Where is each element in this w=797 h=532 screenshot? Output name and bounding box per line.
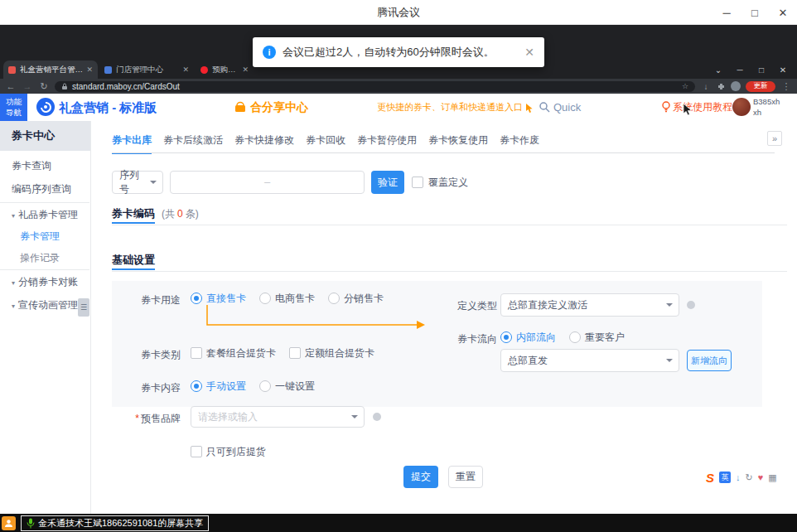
tab-card-quick-edit[interactable]: 券卡快捷修改 [234,129,294,152]
download-ext-icon[interactable]: ↓ [736,472,741,482]
tab-card-outbound[interactable]: 券卡出库 [112,129,152,154]
radio-distribution-sale[interactable]: 分销售卡 [328,292,384,306]
tab3-close-icon[interactable]: ✕ [242,65,249,74]
info-icon: i [263,46,276,59]
browser-maximize-icon[interactable]: □ [751,60,772,79]
flow-target-select[interactable]: 总部直发 [500,349,679,372]
tab-search-icon[interactable]: ⌄ [708,60,729,79]
submit-button[interactable]: 提交 [403,466,438,488]
maximize-icon[interactable]: □ [741,0,769,25]
forward-icon[interactable]: → [22,81,33,91]
share-center-icon [234,100,247,114]
promo-entry-link[interactable]: 更快捷的券卡、订单和快递通道入口 [377,94,523,121]
divider [112,271,787,272]
category-label: 券卡类别 [112,348,181,361]
tab1-close-icon[interactable]: ✕ [86,65,93,74]
tab-card-suspend[interactable]: 券卡暂停使用 [357,129,417,152]
radio-selected-icon [191,293,202,304]
menu-kebab-icon[interactable]: ⋮ [780,81,792,92]
sidebar-item-code-serial-query[interactable]: 编码序列查询 [0,177,89,201]
sidebar-group1-label: 礼品券卡管理 [18,209,78,220]
user-avatar[interactable] [732,98,751,116]
browser-tab-2[interactable]: 门店管理中心 ✕ [99,60,194,79]
extensions-icon[interactable] [717,82,726,91]
promo-pointer-icon [525,103,534,114]
codes-title-underline [112,222,155,224]
checkbox-store-pickup-only[interactable]: 只可到店提货 [191,445,266,459]
meeting-titlebar: 腾讯会议 ─ □ ✕ [0,0,797,25]
codes-count-suffix: 条) [186,208,199,220]
checkbox-fixed-combo-card[interactable]: 定额组合提货卡 [289,346,374,360]
refresh-ext-icon[interactable]: ↻ [746,472,753,483]
verify-button[interactable]: 验证 [371,171,404,194]
browser-tab-3[interactable]: 预购成功 ✕ [196,60,254,79]
sidebar-item-card-mgmt[interactable]: 券卡管理 [0,225,89,248]
heart-icon[interactable]: ♥ [758,472,764,482]
address-bar[interactable]: standard.maboy.cn/CardsOut ☆ [55,81,695,92]
chevron-down-icon: ▾ [12,302,15,310]
radio-internal-flow[interactable]: 内部流向 [500,331,556,345]
grid-icon[interactable]: ▦ [768,472,776,483]
minimize-icon[interactable]: ─ [712,0,741,25]
nav-badge-line2: 导航 [0,107,27,118]
toast-message: 会议已超过2人，自动转为60分钟限时会议。 [283,45,495,60]
sidebar-group-distribution-recon[interactable]: ▾分销券卡对账 [0,270,89,293]
reset-button[interactable]: 重置 [448,466,483,488]
tab-card-activate[interactable]: 券卡后续激活 [163,129,223,152]
quick-search-link[interactable]: Quick [553,94,581,121]
definition-type-value: 总部直接定义激活 [508,298,587,312]
tab-card-void[interactable]: 券卡作废 [500,129,539,152]
add-flow-button[interactable]: 新增流向 [687,350,732,371]
radio-one-click-setting[interactable]: 一键设置 [259,380,315,394]
browser-tab-1[interactable]: 礼盒营销平台管理中心 ✕ [3,60,98,79]
close-icon[interactable]: ✕ [769,0,797,25]
tab-card-recycle[interactable]: 券卡回收 [306,129,345,152]
search-icon[interactable] [539,101,550,113]
meeting-title: 腾讯会议 [0,0,797,25]
nav-badge-line1: 功能 [0,96,27,107]
tab2-favicon [104,66,112,74]
share-center-link[interactable]: 合分享中心 [250,94,308,121]
tab2-title: 门店管理中心 [116,65,179,75]
english-badge-icon[interactable]: 英 [719,472,731,483]
tab1-favicon [8,66,16,74]
bookmark-star-icon[interactable]: ☆ [682,82,688,90]
sidebar-item-operation-log[interactable]: 操作记录 [0,246,89,269]
lock-icon [61,83,68,90]
radio-ecommerce-sale[interactable]: 电商售卡 [259,292,315,306]
sidebar-item-card-query[interactable]: 券卡查询 [0,154,89,177]
checkbox-combo-pickup-card[interactable]: 套餐组合提货卡 [191,346,276,360]
browser-close-icon[interactable]: ✕ [772,60,794,79]
sidebar-group-gift-card-mgmt[interactable]: ▾礼品券卡管理 [0,203,89,226]
brand-select[interactable]: 请选择或输入 [191,406,365,428]
basic-settings-tab[interactable]: 基础设置 [112,253,155,268]
translate-extension-icon[interactable]: S [706,471,714,485]
tutorial-link[interactable]: 系统使用教程 [673,94,732,121]
browser-update-button[interactable]: 更新 [746,81,775,92]
definition-type-select[interactable]: 总部直接定义激活 [500,293,679,317]
profile-avatar[interactable] [731,81,741,91]
meeting-window: 腾讯会议 ─ □ ✕ 礼盒营销平台管理中心 ✕ 门店管理中心 ✕ 预购成功 ✕ … [0,0,797,532]
back-icon[interactable]: ← [5,81,17,91]
tab2-close-icon[interactable]: ✕ [182,65,189,74]
overwrite-checkbox[interactable] [412,177,423,188]
sidebar-collapse-handle[interactable]: ☰ [78,298,89,317]
radio-direct-sale[interactable]: 直接售卡 [191,292,246,306]
divider [112,225,787,225]
content-radio-group: 手动设置 一键设置 [191,379,328,394]
tab-card-resume[interactable]: 券卡恢复使用 [428,129,488,152]
toast-close-icon[interactable]: ✕ [524,46,534,59]
serial-range-input[interactable]: – [170,171,365,194]
radio-one-click-label: 一键设置 [275,380,315,394]
tabs-expand-button[interactable]: » [767,131,782,146]
sidebar-group-promo-animation[interactable]: ▾宣传动画管理 [0,293,89,317]
overwrite-label: 覆盖定义 [428,171,468,194]
refresh-icon[interactable]: ↻ [38,81,50,92]
radio-manual-setting[interactable]: 手动设置 [191,380,246,394]
radio-important-customer[interactable]: 重要客户 [569,331,625,345]
function-nav-badge[interactable]: 功能 导航 [0,94,27,121]
browser-minimize-icon[interactable]: ─ [729,60,751,79]
serial-type-select[interactable]: 序列号 [112,171,163,194]
download-icon[interactable]: ↓ [700,82,712,91]
radio-icon [259,293,271,304]
